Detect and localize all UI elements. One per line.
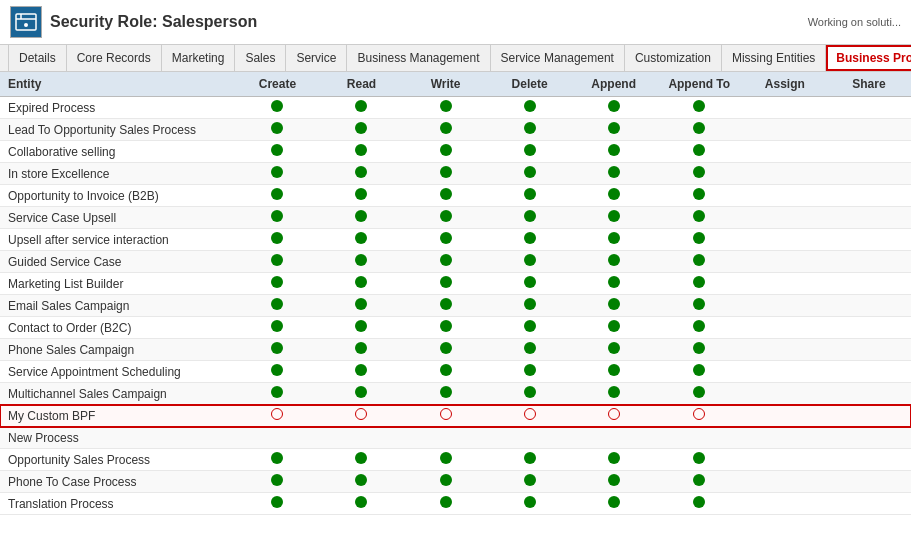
permission-cell-assign[interactable] — [743, 295, 827, 317]
green-dot-icon[interactable] — [271, 342, 283, 354]
green-dot-icon[interactable] — [608, 386, 620, 398]
permission-cell-delete[interactable] — [488, 317, 572, 339]
permission-cell-assign[interactable] — [743, 493, 827, 515]
permission-cell-delete[interactable] — [488, 163, 572, 185]
permission-cell-write[interactable] — [404, 97, 488, 119]
permission-cell-append[interactable] — [572, 493, 656, 515]
permission-cell-append[interactable] — [572, 97, 656, 119]
permission-cell-appendTo[interactable] — [656, 339, 743, 361]
permission-cell-share[interactable] — [827, 471, 911, 493]
permission-cell-create[interactable] — [235, 207, 319, 229]
permission-cell-append[interactable] — [572, 163, 656, 185]
permission-cell-create[interactable] — [235, 119, 319, 141]
green-dot-icon[interactable] — [440, 474, 452, 486]
permission-cell-assign[interactable] — [743, 141, 827, 163]
permission-cell-delete[interactable] — [488, 141, 572, 163]
permission-cell-create[interactable] — [235, 493, 319, 515]
permission-cell-append[interactable] — [572, 339, 656, 361]
green-dot-icon[interactable] — [524, 364, 536, 376]
permission-cell-read[interactable] — [319, 163, 403, 185]
permission-cell-create[interactable] — [235, 449, 319, 471]
permission-cell-assign[interactable] — [743, 273, 827, 295]
permission-cell-write[interactable] — [404, 383, 488, 405]
green-dot-icon[interactable] — [355, 342, 367, 354]
permission-cell-appendTo[interactable] — [656, 317, 743, 339]
permission-cell-write[interactable] — [404, 361, 488, 383]
green-dot-icon[interactable] — [271, 100, 283, 112]
permission-cell-append[interactable] — [572, 207, 656, 229]
permission-cell-appendTo[interactable] — [656, 405, 743, 427]
green-dot-icon[interactable] — [271, 122, 283, 134]
empty-dot-icon[interactable] — [355, 408, 367, 420]
permission-cell-create[interactable] — [235, 97, 319, 119]
permission-cell-assign[interactable] — [743, 427, 827, 449]
permission-cell-write[interactable] — [404, 119, 488, 141]
green-dot-icon[interactable] — [608, 364, 620, 376]
permission-cell-share[interactable] — [827, 97, 911, 119]
green-dot-icon[interactable] — [355, 320, 367, 332]
green-dot-icon[interactable] — [440, 342, 452, 354]
green-dot-icon[interactable] — [271, 496, 283, 508]
green-dot-icon[interactable] — [440, 254, 452, 266]
permission-cell-append[interactable] — [572, 405, 656, 427]
permission-cell-read[interactable] — [319, 119, 403, 141]
permission-cell-appendTo[interactable] — [656, 119, 743, 141]
permission-cell-append[interactable] — [572, 317, 656, 339]
green-dot-icon[interactable] — [524, 386, 536, 398]
green-dot-icon[interactable] — [440, 122, 452, 134]
permission-cell-appendTo[interactable] — [656, 273, 743, 295]
green-dot-icon[interactable] — [355, 474, 367, 486]
permission-cell-share[interactable] — [827, 317, 911, 339]
green-dot-icon[interactable] — [524, 452, 536, 464]
permission-cell-read[interactable] — [319, 427, 403, 449]
green-dot-icon[interactable] — [271, 474, 283, 486]
green-dot-icon[interactable] — [608, 452, 620, 464]
permission-cell-delete[interactable] — [488, 273, 572, 295]
green-dot-icon[interactable] — [608, 100, 620, 112]
green-dot-icon[interactable] — [271, 320, 283, 332]
green-dot-icon[interactable] — [271, 364, 283, 376]
green-dot-icon[interactable] — [524, 276, 536, 288]
green-dot-icon[interactable] — [271, 386, 283, 398]
permission-cell-share[interactable] — [827, 273, 911, 295]
green-dot-icon[interactable] — [524, 210, 536, 222]
permission-cell-write[interactable] — [404, 229, 488, 251]
permission-cell-delete[interactable] — [488, 471, 572, 493]
permission-cell-share[interactable] — [827, 119, 911, 141]
permission-cell-assign[interactable] — [743, 229, 827, 251]
permission-cell-appendTo[interactable] — [656, 163, 743, 185]
permission-cell-appendTo[interactable] — [656, 361, 743, 383]
tab-sales[interactable]: Sales — [235, 45, 286, 71]
permission-cell-appendTo[interactable] — [656, 471, 743, 493]
green-dot-icon[interactable] — [693, 210, 705, 222]
permission-cell-append[interactable] — [572, 273, 656, 295]
permission-cell-create[interactable] — [235, 251, 319, 273]
green-dot-icon[interactable] — [524, 474, 536, 486]
green-dot-icon[interactable] — [608, 496, 620, 508]
permission-cell-delete[interactable] — [488, 449, 572, 471]
permission-cell-read[interactable] — [319, 251, 403, 273]
green-dot-icon[interactable] — [524, 254, 536, 266]
green-dot-icon[interactable] — [440, 210, 452, 222]
permission-cell-read[interactable] — [319, 339, 403, 361]
permission-cell-share[interactable] — [827, 185, 911, 207]
green-dot-icon[interactable] — [355, 166, 367, 178]
green-dot-icon[interactable] — [271, 254, 283, 266]
permission-cell-share[interactable] — [827, 251, 911, 273]
green-dot-icon[interactable] — [440, 496, 452, 508]
permission-cell-delete[interactable] — [488, 361, 572, 383]
permission-cell-create[interactable] — [235, 339, 319, 361]
green-dot-icon[interactable] — [440, 276, 452, 288]
green-dot-icon[interactable] — [271, 452, 283, 464]
green-dot-icon[interactable] — [693, 320, 705, 332]
green-dot-icon[interactable] — [355, 276, 367, 288]
permission-cell-read[interactable] — [319, 273, 403, 295]
green-dot-icon[interactable] — [693, 122, 705, 134]
permission-cell-create[interactable] — [235, 471, 319, 493]
permission-cell-share[interactable] — [827, 295, 911, 317]
green-dot-icon[interactable] — [271, 210, 283, 222]
green-dot-icon[interactable] — [271, 144, 283, 156]
permission-cell-append[interactable] — [572, 119, 656, 141]
permission-cell-read[interactable] — [319, 97, 403, 119]
green-dot-icon[interactable] — [355, 452, 367, 464]
